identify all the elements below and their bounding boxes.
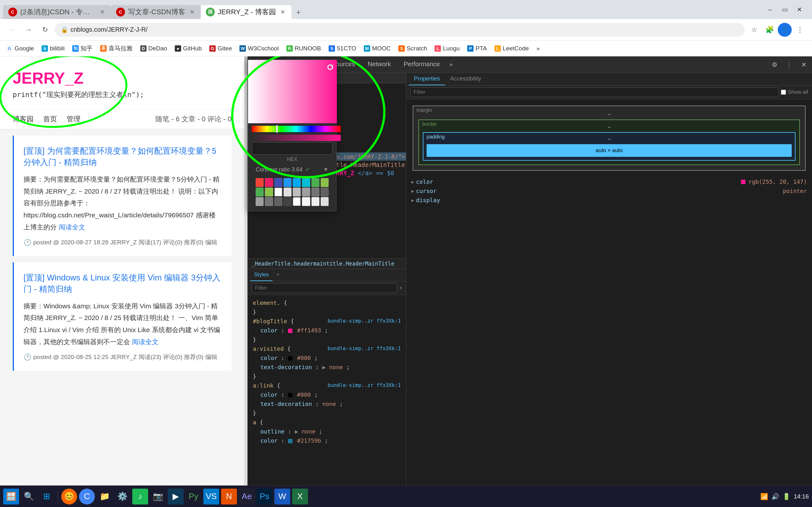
devtools-tab-performance[interactable]: Performance [397, 59, 447, 70]
devtools-tab-network[interactable]: Network [361, 59, 397, 70]
taskbar-pycharm[interactable]: Py [186, 489, 201, 504]
swatch-grey8[interactable] [274, 197, 282, 206]
color-hex-input[interactable]: #ff1493 [252, 142, 333, 155]
alpha-bar[interactable] [252, 135, 341, 141]
swatch-grey3[interactable] [302, 187, 310, 196]
taskbar-music[interactable]: ♪ [132, 489, 148, 504]
taskbar-start[interactable]: 🪟 [3, 489, 19, 504]
bookmark-runoob[interactable]: R RUNOOB [283, 44, 324, 53]
show-all-checkbox[interactable] [781, 90, 786, 95]
swatch-green2[interactable] [256, 187, 264, 196]
css-filter-input[interactable] [252, 283, 397, 293]
contrast-expand-icon[interactable]: ▼ [323, 166, 328, 173]
devtools-tab-more[interactable]: » [446, 59, 456, 70]
maximize-button[interactable]: ▭ [778, 3, 791, 16]
bookmark-bilibili[interactable]: b bilibili [38, 44, 67, 53]
tab-close-csdn2[interactable]: ✕ [189, 8, 196, 16]
swatch-lightblue[interactable] [293, 178, 301, 187]
swatch-grey9[interactable] [284, 197, 292, 206]
swatch-grey2[interactable] [293, 187, 301, 196]
devtools-close-icon[interactable]: ✕ [798, 59, 809, 70]
taskbar-vscode[interactable]: VS [203, 489, 219, 504]
computed-show-all[interactable]: Show all [781, 89, 808, 95]
tab-cnblogs[interactable]: 园 JERRY_Z - 博客园 ✕ [201, 5, 292, 19]
tab-close-cnblogs[interactable]: ✕ [279, 8, 287, 16]
reload-button[interactable]: ↻ [38, 23, 52, 37]
taskbar-term[interactable]: ▶ [168, 489, 184, 504]
swatch-pink[interactable] [265, 178, 273, 187]
bookmark-scratch[interactable]: S Scratch [395, 44, 430, 53]
taskbar-word[interactable]: W [274, 489, 290, 504]
swatch-grey5[interactable] [321, 187, 328, 196]
bookmark-dedao[interactable]: D DeDao [137, 44, 170, 53]
taskbar-chrome[interactable]: C [79, 489, 95, 504]
computed-display-arrow[interactable]: ▶ [411, 198, 414, 203]
computed-filter-input[interactable] [410, 88, 778, 97]
swatch-lightgreen[interactable] [321, 178, 328, 187]
devtools-more-icon[interactable]: ⋮ [783, 59, 795, 70]
bookmark-leetcode[interactable]: L LeetCode [491, 44, 532, 53]
taskbar-gear[interactable]: ⚙️ [114, 489, 131, 504]
gradient-cursor[interactable] [327, 64, 333, 70]
menu-button[interactable]: ⋮ [793, 23, 807, 37]
swatch-grey6[interactable] [256, 197, 264, 206]
blog-nav-index[interactable]: 首页 [43, 114, 57, 124]
read-more-2[interactable]: 阅读全文 [132, 338, 159, 345]
bookmark-pta[interactable]: P PTA [464, 44, 490, 53]
blog-post-title-2[interactable]: [置顶] Windows & Linux 安装使用 Vim 编辑器 3分钟入门 … [23, 272, 222, 295]
bookmark-w3cschool[interactable]: W W3Cschool [236, 44, 282, 53]
computed-tab-link[interactable]: + [272, 269, 283, 281]
bookmark-51cto[interactable]: 5 51CTO [325, 44, 359, 53]
swatch-green[interactable] [311, 178, 319, 187]
swatch-grey1[interactable] [284, 187, 292, 196]
bookmark-github[interactable]: ● GitHub [171, 44, 205, 53]
tab-close-csdn1[interactable]: ✕ [99, 8, 106, 16]
tab-csdn-notifications[interactable]: C (2条消息)CSDN - 专业开发者社区 ✕ [3, 5, 111, 19]
color-swatch-inline[interactable] [288, 329, 293, 333]
minimize-button[interactable]: – [764, 3, 776, 16]
swatch-grey4[interactable] [311, 187, 319, 196]
swatch-cyan[interactable] [302, 178, 310, 187]
tab-csdn-write[interactable]: C 写文章-CSDN博客 ✕ [111, 5, 201, 19]
extensions-button[interactable]: 🧩 [763, 23, 776, 37]
computed-cursor-arrow[interactable]: ▶ [411, 188, 414, 193]
taskbar-navicat[interactable]: N [221, 489, 237, 504]
swatch-lightgreen2[interactable] [265, 187, 273, 196]
bookmark-mooc[interactable]: M MOOC [361, 44, 394, 53]
color-picker[interactable]: ✕ #ff1493 HEX Contrast ra [248, 60, 337, 211]
blog-post-title-1[interactable]: [置顶] 为何需要配置环境变量？如何配置环境变量？5分钟入门 - 精简归纳 [23, 145, 222, 168]
styles-tab[interactable]: Styles [250, 269, 272, 281]
taskbar-ae[interactable]: Ae [239, 489, 255, 504]
taskbar-file[interactable]: 📁 [97, 489, 113, 504]
forward-button[interactable]: → [21, 23, 36, 37]
right-tab-accessibility[interactable]: Accessibility [445, 73, 486, 85]
bookmark-google[interactable]: G Google [3, 44, 37, 53]
css-file-link-blogtitle[interactable]: bundle-simp..zr ffx3Xk:1 [328, 318, 401, 324]
outline-expand-icon[interactable]: ▶ [295, 428, 298, 435]
css-file-link-avisited[interactable]: bundle-simp..zr ffx3Xk:1 [328, 345, 401, 351]
read-more-1[interactable]: 阅读全文 [59, 223, 85, 231]
bookmark-more[interactable]: » [533, 44, 543, 53]
bookmark-star-button[interactable]: ☆ [747, 23, 761, 37]
address-bar[interactable]: 🔒 cnblogs.com/JERRY-Z-J-R/ [55, 23, 745, 37]
bookmark-ximalaya[interactable]: 喜 喜马拉雅 [97, 43, 136, 54]
blog-nav-home[interactable]: 博客园 [13, 114, 34, 124]
expand-arrow-icon[interactable]: ▶ [322, 364, 326, 371]
swatch-white2[interactable] [293, 197, 301, 206]
hue-bar[interactable] [252, 126, 341, 132]
bookmark-luogu[interactable]: L Luogu [432, 44, 463, 53]
blog-scrollbar[interactable] [244, 56, 247, 486]
new-tab-button[interactable]: ＋ [292, 5, 305, 19]
css-file-link-alink[interactable]: bundle-simp..zr ffx3Xk:1 [328, 382, 401, 388]
taskbar-excel[interactable]: X [292, 489, 308, 504]
profile-button[interactable]: 👤 [778, 23, 792, 37]
taskbar-smiley[interactable]: 😊 [61, 489, 77, 504]
css-new-rule-icon[interactable]: + [399, 285, 402, 291]
taskbar-search[interactable]: 🔍 [21, 489, 37, 504]
color-gradient-picker[interactable]: ✕ [248, 60, 337, 123]
bookmark-zhihu[interactable]: 知 知乎 [69, 43, 96, 54]
taskbar-ps[interactable]: Ps [257, 489, 272, 504]
taskbar-photo[interactable]: 📷 [150, 489, 166, 504]
swatch-grey7[interactable] [265, 197, 273, 206]
swatch-indigo[interactable] [274, 178, 282, 187]
